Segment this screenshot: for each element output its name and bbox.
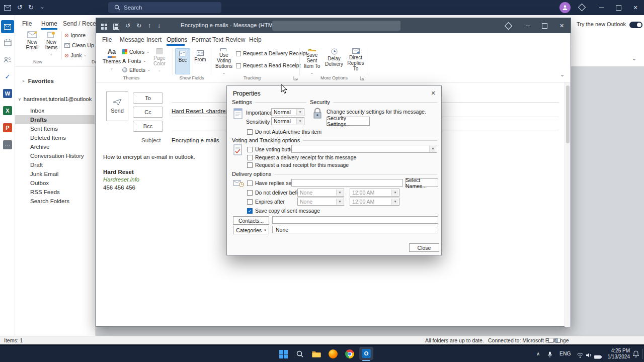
undo-icon[interactable]: ↺ bbox=[17, 4, 23, 11]
minimize-button[interactable] bbox=[520, 18, 536, 33]
do-not-deliver-checkbox[interactable] bbox=[247, 190, 253, 196]
arrow-down-icon[interactable]: ↓ bbox=[157, 23, 160, 29]
request-read-receipt-label[interactable]: Request a Read Receipt bbox=[243, 62, 300, 68]
tab-file[interactable]: File bbox=[22, 20, 32, 27]
sensitivity-dropdown[interactable]: Normal ▾ bbox=[271, 117, 304, 125]
scrollbar-thumb[interactable] bbox=[566, 85, 570, 143]
read-receipt-checkbox[interactable] bbox=[247, 162, 253, 168]
more-options-dialog-launcher-icon[interactable] bbox=[360, 73, 364, 82]
have-replies-checkbox[interactable] bbox=[247, 180, 253, 186]
request-delivery-receipt-checkbox[interactable] bbox=[236, 51, 241, 56]
deliver-time-dropdown[interactable]: 12:00 AM ▾ bbox=[350, 189, 399, 197]
folder-inbox[interactable]: Inbox bbox=[15, 106, 95, 115]
tray-chevron-up-icon[interactable]: ∧ bbox=[536, 351, 540, 356]
close-button[interactable]: Close bbox=[409, 243, 439, 252]
importance-dropdown[interactable]: Normal ▾ bbox=[271, 108, 304, 116]
autoarchive-checkbox[interactable] bbox=[247, 129, 253, 135]
diamond-icon[interactable] bbox=[578, 4, 586, 12]
more-apps-icon[interactable]: ⋯ bbox=[3, 140, 12, 149]
clean-up-button[interactable]: Clean Up ⌄ bbox=[64, 42, 99, 48]
start-button[interactable] bbox=[276, 347, 290, 360]
people-nav-icon[interactable] bbox=[4, 55, 12, 63]
body-line-2[interactable]: Hard Reset bbox=[103, 169, 134, 175]
favorites-header[interactable]: > Favorites bbox=[22, 78, 54, 84]
scrollbar-track[interactable] bbox=[565, 82, 571, 327]
cc-button[interactable]: Cc bbox=[133, 107, 163, 118]
maximize-button[interactable] bbox=[610, 0, 627, 15]
speaker-icon[interactable] bbox=[586, 351, 592, 360]
body-line-1[interactable]: How to encrypt an e-mail in outlook. bbox=[103, 154, 195, 160]
mail-icon[interactable] bbox=[3, 4, 12, 12]
close-icon[interactable]: ✕ bbox=[428, 88, 438, 98]
file-explorer-icon[interactable] bbox=[309, 347, 324, 360]
powerpoint-nav-icon[interactable]: P bbox=[3, 123, 12, 132]
new-items-button[interactable]: New Items ⌄ bbox=[42, 31, 60, 58]
autoarchive-label[interactable]: Do not AutoArchive this item bbox=[255, 129, 321, 135]
page-color-button[interactable]: Page Color ⌄ bbox=[149, 48, 170, 75]
save-icon[interactable] bbox=[113, 23, 119, 32]
save-copy-checkbox[interactable]: ✓ bbox=[247, 208, 253, 214]
voting-buttons-combo[interactable]: ▾ bbox=[291, 145, 437, 153]
folder-outbox[interactable]: Outbox bbox=[15, 178, 95, 188]
from-button[interactable]: From bbox=[192, 48, 208, 74]
junk-button[interactable]: ⊘ Junk ⌄ bbox=[64, 52, 87, 58]
tab-options[interactable]: Options bbox=[167, 36, 187, 43]
taskbar-outlook-icon[interactable]: O bbox=[359, 347, 373, 360]
folder-deleted-items[interactable]: Deleted Items bbox=[15, 133, 95, 142]
new-outlook-toggle[interactable] bbox=[629, 22, 642, 28]
view-normal-icon[interactable] bbox=[548, 338, 553, 343]
save-sent-item-button[interactable]: Save Sent Item To ⌄ bbox=[301, 48, 323, 75]
language-indicator[interactable]: ENG bbox=[559, 351, 571, 356]
use-voting-buttons-button[interactable]: Use Voting Buttons ⌄ bbox=[213, 48, 235, 75]
tab-insert[interactable]: Insert bbox=[146, 36, 162, 43]
minimize-button[interactable] bbox=[593, 0, 610, 15]
mail-nav-icon[interactable] bbox=[1, 20, 14, 33]
ribbon-collapse-icon[interactable]: ⌄ bbox=[560, 71, 565, 78]
taskbar-search-icon[interactable] bbox=[293, 347, 307, 360]
undo-icon[interactable]: ↺ bbox=[125, 23, 130, 29]
direct-replies-button[interactable]: Direct Replies To bbox=[345, 48, 367, 75]
colors-button[interactable]: Colors ⌄ bbox=[122, 49, 149, 55]
ignore-button[interactable]: ⊘ Ignore bbox=[64, 32, 86, 38]
show-desktop-handle[interactable] bbox=[642, 349, 642, 359]
folder-rss-feeds[interactable]: RSS Feeds bbox=[15, 188, 95, 197]
contacts-button[interactable]: Contacts... bbox=[233, 216, 269, 225]
save-copy-label[interactable]: Save copy of sent message bbox=[255, 208, 320, 214]
battery-icon[interactable] bbox=[594, 352, 602, 361]
wifi-icon[interactable] bbox=[577, 351, 584, 360]
new-email-button[interactable]: New Email bbox=[23, 31, 41, 58]
request-read-receipt-checkbox[interactable] bbox=[236, 63, 241, 68]
select-names-button[interactable]: Select Names... bbox=[405, 178, 438, 187]
qat-customize-chevron-icon[interactable]: ⌄ bbox=[40, 5, 44, 10]
folder-draft[interactable]: Draft bbox=[15, 160, 95, 169]
body-line-4[interactable]: 456 456 456 bbox=[103, 185, 135, 191]
delivery-receipt-checkbox[interactable] bbox=[247, 155, 253, 160]
view-reading-icon[interactable] bbox=[555, 338, 560, 343]
avatar[interactable] bbox=[559, 2, 571, 13]
firefox-icon[interactable] bbox=[326, 347, 340, 360]
themes-button[interactable]: Aa Themes ⌄ bbox=[102, 48, 121, 75]
app-grid-icon[interactable] bbox=[101, 23, 107, 32]
mic-icon[interactable] bbox=[547, 351, 552, 360]
use-voting-checkbox[interactable] bbox=[247, 147, 253, 152]
delay-delivery-button[interactable]: Delay Delivery bbox=[325, 48, 344, 75]
folder-search-folders[interactable]: Search Folders bbox=[15, 197, 95, 206]
tracking-dialog-launcher-icon[interactable] bbox=[293, 73, 298, 82]
bcc-button[interactable]: Bcc bbox=[133, 121, 163, 132]
have-replies-field[interactable] bbox=[291, 179, 403, 187]
security-settings-button[interactable]: Security Settings... bbox=[327, 117, 370, 126]
expires-checkbox[interactable] bbox=[247, 199, 253, 205]
excel-nav-icon[interactable]: X bbox=[3, 106, 12, 115]
arrow-up-icon[interactable]: ↑ bbox=[148, 23, 151, 29]
request-delivery-receipt-label[interactable]: Request a Delivery Receipt bbox=[243, 50, 307, 56]
redo-icon[interactable]: ↻ bbox=[28, 4, 34, 11]
expires-label[interactable]: Expires after bbox=[255, 199, 285, 205]
read-receipt-label[interactable]: Request a read receipt for this message bbox=[255, 162, 349, 168]
subject-value[interactable]: Encrypting e-mails bbox=[172, 137, 219, 143]
body-line-3[interactable]: Hardreset.info bbox=[103, 176, 139, 183]
clock[interactable]: 4:25 PM 1/13/2024 bbox=[604, 348, 630, 360]
maximize-button[interactable] bbox=[536, 18, 553, 33]
to-button[interactable]: To bbox=[133, 93, 163, 104]
account-header[interactable]: ∨ hardreset.tutorial1@outlook bbox=[18, 96, 94, 102]
tab-help[interactable]: Help bbox=[249, 36, 262, 43]
